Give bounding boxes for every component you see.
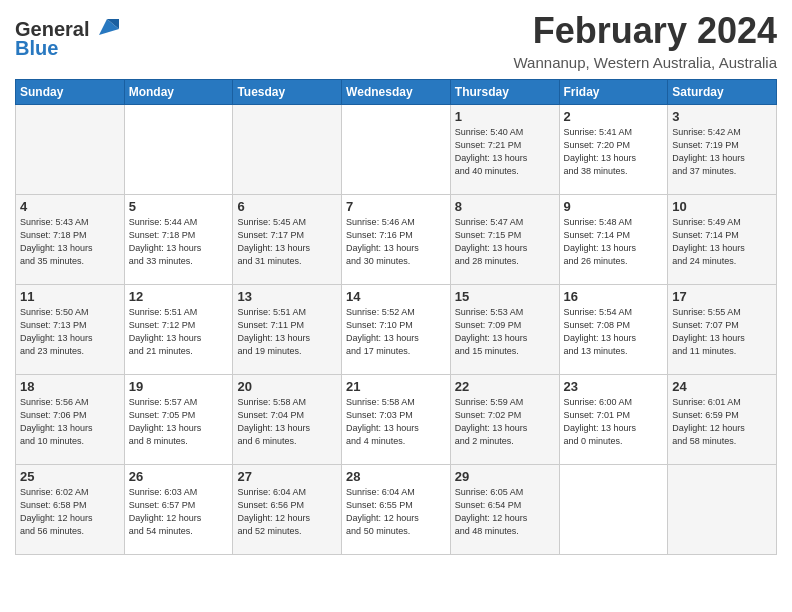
col-header-tuesday: Tuesday	[233, 80, 342, 105]
calendar-cell	[559, 465, 668, 555]
day-info: Sunrise: 5:57 AM Sunset: 7:05 PM Dayligh…	[129, 396, 229, 448]
day-info: Sunrise: 5:44 AM Sunset: 7:18 PM Dayligh…	[129, 216, 229, 268]
day-number: 2	[564, 109, 664, 124]
day-number: 28	[346, 469, 446, 484]
day-number: 14	[346, 289, 446, 304]
calendar-cell	[233, 105, 342, 195]
calendar-week-row: 4Sunrise: 5:43 AM Sunset: 7:18 PM Daylig…	[16, 195, 777, 285]
day-info: Sunrise: 5:55 AM Sunset: 7:07 PM Dayligh…	[672, 306, 772, 358]
day-number: 23	[564, 379, 664, 394]
col-header-sunday: Sunday	[16, 80, 125, 105]
calendar-cell: 24Sunrise: 6:01 AM Sunset: 6:59 PM Dayli…	[668, 375, 777, 465]
day-info: Sunrise: 6:00 AM Sunset: 7:01 PM Dayligh…	[564, 396, 664, 448]
day-number: 16	[564, 289, 664, 304]
day-info: Sunrise: 6:02 AM Sunset: 6:58 PM Dayligh…	[20, 486, 120, 538]
calendar-cell: 2Sunrise: 5:41 AM Sunset: 7:20 PM Daylig…	[559, 105, 668, 195]
day-info: Sunrise: 6:04 AM Sunset: 6:56 PM Dayligh…	[237, 486, 337, 538]
day-info: Sunrise: 5:51 AM Sunset: 7:12 PM Dayligh…	[129, 306, 229, 358]
day-info: Sunrise: 5:47 AM Sunset: 7:15 PM Dayligh…	[455, 216, 555, 268]
day-number: 26	[129, 469, 229, 484]
calendar-week-row: 18Sunrise: 5:56 AM Sunset: 7:06 PM Dayli…	[16, 375, 777, 465]
calendar-week-row: 25Sunrise: 6:02 AM Sunset: 6:58 PM Dayli…	[16, 465, 777, 555]
day-number: 11	[20, 289, 120, 304]
day-info: Sunrise: 5:56 AM Sunset: 7:06 PM Dayligh…	[20, 396, 120, 448]
day-number: 17	[672, 289, 772, 304]
calendar-cell: 16Sunrise: 5:54 AM Sunset: 7:08 PM Dayli…	[559, 285, 668, 375]
day-info: Sunrise: 5:42 AM Sunset: 7:19 PM Dayligh…	[672, 126, 772, 178]
day-number: 7	[346, 199, 446, 214]
title-area: February 2024 Wannanup, Western Australi…	[514, 10, 777, 71]
col-header-saturday: Saturday	[668, 80, 777, 105]
calendar-cell: 6Sunrise: 5:45 AM Sunset: 7:17 PM Daylig…	[233, 195, 342, 285]
day-info: Sunrise: 5:58 AM Sunset: 7:03 PM Dayligh…	[346, 396, 446, 448]
day-info: Sunrise: 6:04 AM Sunset: 6:55 PM Dayligh…	[346, 486, 446, 538]
day-info: Sunrise: 6:01 AM Sunset: 6:59 PM Dayligh…	[672, 396, 772, 448]
day-info: Sunrise: 6:05 AM Sunset: 6:54 PM Dayligh…	[455, 486, 555, 538]
day-number: 12	[129, 289, 229, 304]
day-info: Sunrise: 5:46 AM Sunset: 7:16 PM Dayligh…	[346, 216, 446, 268]
day-number: 13	[237, 289, 337, 304]
calendar-cell: 17Sunrise: 5:55 AM Sunset: 7:07 PM Dayli…	[668, 285, 777, 375]
calendar-cell: 13Sunrise: 5:51 AM Sunset: 7:11 PM Dayli…	[233, 285, 342, 375]
day-number: 29	[455, 469, 555, 484]
calendar-cell: 21Sunrise: 5:58 AM Sunset: 7:03 PM Dayli…	[342, 375, 451, 465]
location-title: Wannanup, Western Australia, Australia	[514, 54, 777, 71]
day-number: 1	[455, 109, 555, 124]
calendar-cell: 27Sunrise: 6:04 AM Sunset: 6:56 PM Dayli…	[233, 465, 342, 555]
calendar-cell: 15Sunrise: 5:53 AM Sunset: 7:09 PM Dayli…	[450, 285, 559, 375]
calendar-cell: 28Sunrise: 6:04 AM Sunset: 6:55 PM Dayli…	[342, 465, 451, 555]
day-info: Sunrise: 5:40 AM Sunset: 7:21 PM Dayligh…	[455, 126, 555, 178]
calendar-week-row: 1Sunrise: 5:40 AM Sunset: 7:21 PM Daylig…	[16, 105, 777, 195]
calendar-header-row: Sunday Monday Tuesday Wednesday Thursday…	[16, 80, 777, 105]
calendar-cell: 11Sunrise: 5:50 AM Sunset: 7:13 PM Dayli…	[16, 285, 125, 375]
calendar-cell	[342, 105, 451, 195]
day-info: Sunrise: 5:52 AM Sunset: 7:10 PM Dayligh…	[346, 306, 446, 358]
day-number: 22	[455, 379, 555, 394]
calendar-cell: 7Sunrise: 5:46 AM Sunset: 7:16 PM Daylig…	[342, 195, 451, 285]
calendar-cell: 14Sunrise: 5:52 AM Sunset: 7:10 PM Dayli…	[342, 285, 451, 375]
calendar-week-row: 11Sunrise: 5:50 AM Sunset: 7:13 PM Dayli…	[16, 285, 777, 375]
calendar-cell: 23Sunrise: 6:00 AM Sunset: 7:01 PM Dayli…	[559, 375, 668, 465]
calendar-cell	[124, 105, 233, 195]
col-header-wednesday: Wednesday	[342, 80, 451, 105]
day-number: 15	[455, 289, 555, 304]
day-number: 9	[564, 199, 664, 214]
calendar-cell: 26Sunrise: 6:03 AM Sunset: 6:57 PM Dayli…	[124, 465, 233, 555]
day-number: 4	[20, 199, 120, 214]
day-info: Sunrise: 5:58 AM Sunset: 7:04 PM Dayligh…	[237, 396, 337, 448]
day-info: Sunrise: 5:51 AM Sunset: 7:11 PM Dayligh…	[237, 306, 337, 358]
day-info: Sunrise: 5:45 AM Sunset: 7:17 PM Dayligh…	[237, 216, 337, 268]
day-number: 20	[237, 379, 337, 394]
month-title: February 2024	[514, 10, 777, 52]
calendar-cell	[668, 465, 777, 555]
day-info: Sunrise: 5:49 AM Sunset: 7:14 PM Dayligh…	[672, 216, 772, 268]
header: General Blue February 2024 Wannanup, Wes…	[15, 10, 777, 71]
calendar-cell: 19Sunrise: 5:57 AM Sunset: 7:05 PM Dayli…	[124, 375, 233, 465]
calendar-cell: 5Sunrise: 5:44 AM Sunset: 7:18 PM Daylig…	[124, 195, 233, 285]
day-info: Sunrise: 6:03 AM Sunset: 6:57 PM Dayligh…	[129, 486, 229, 538]
day-number: 25	[20, 469, 120, 484]
day-number: 19	[129, 379, 229, 394]
calendar-cell: 25Sunrise: 6:02 AM Sunset: 6:58 PM Dayli…	[16, 465, 125, 555]
calendar-cell: 18Sunrise: 5:56 AM Sunset: 7:06 PM Dayli…	[16, 375, 125, 465]
day-info: Sunrise: 5:48 AM Sunset: 7:14 PM Dayligh…	[564, 216, 664, 268]
day-info: Sunrise: 5:54 AM Sunset: 7:08 PM Dayligh…	[564, 306, 664, 358]
day-number: 21	[346, 379, 446, 394]
calendar-cell	[16, 105, 125, 195]
day-info: Sunrise: 5:53 AM Sunset: 7:09 PM Dayligh…	[455, 306, 555, 358]
col-header-monday: Monday	[124, 80, 233, 105]
calendar-cell: 9Sunrise: 5:48 AM Sunset: 7:14 PM Daylig…	[559, 195, 668, 285]
day-number: 10	[672, 199, 772, 214]
calendar-table: Sunday Monday Tuesday Wednesday Thursday…	[15, 79, 777, 555]
day-info: Sunrise: 5:59 AM Sunset: 7:02 PM Dayligh…	[455, 396, 555, 448]
day-number: 18	[20, 379, 120, 394]
day-info: Sunrise: 5:43 AM Sunset: 7:18 PM Dayligh…	[20, 216, 120, 268]
calendar-cell: 1Sunrise: 5:40 AM Sunset: 7:21 PM Daylig…	[450, 105, 559, 195]
calendar-cell: 29Sunrise: 6:05 AM Sunset: 6:54 PM Dayli…	[450, 465, 559, 555]
logo-icon	[91, 11, 123, 43]
calendar-cell: 3Sunrise: 5:42 AM Sunset: 7:19 PM Daylig…	[668, 105, 777, 195]
day-info: Sunrise: 5:50 AM Sunset: 7:13 PM Dayligh…	[20, 306, 120, 358]
calendar-cell: 12Sunrise: 5:51 AM Sunset: 7:12 PM Dayli…	[124, 285, 233, 375]
col-header-friday: Friday	[559, 80, 668, 105]
day-number: 6	[237, 199, 337, 214]
